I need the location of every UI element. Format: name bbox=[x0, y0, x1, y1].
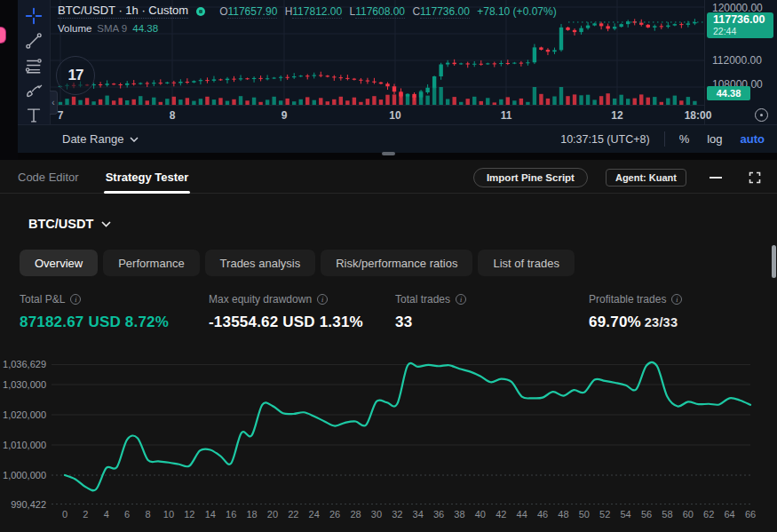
equity-x-tick: 24 bbox=[309, 509, 320, 520]
time-tick: 18:00 bbox=[685, 109, 712, 122]
minus-icon bbox=[710, 177, 722, 179]
expand-icon bbox=[749, 171, 761, 184]
equity-x-tick: 12 bbox=[184, 509, 194, 520]
strategy-tester-panel: Code Editor Strategy Tester Import Pine … bbox=[0, 160, 777, 532]
equity-y-tick: 1,000,000 bbox=[0, 470, 46, 480]
fib-lines-icon bbox=[24, 56, 44, 75]
panel-scrollbar[interactable] bbox=[772, 245, 776, 278]
tab-performance[interactable]: Performance bbox=[103, 250, 199, 276]
chart-panel: BTC/USDT · 1h · Custom O117657.90 H11781… bbox=[18, 0, 777, 153]
percent-scale-button[interactable]: % bbox=[679, 132, 690, 146]
equity-x-tick: 32 bbox=[392, 509, 402, 520]
time-tick: 11 bbox=[501, 109, 512, 122]
metric-profitable-trades: Profitable tradesi 69.70%23/33 bbox=[589, 293, 682, 331]
crosshair-icon bbox=[24, 6, 44, 26]
chevron-down-icon bbox=[130, 137, 139, 142]
tab-trades-analysis[interactable]: Trades analysis bbox=[205, 250, 316, 276]
metric-total-pnl: Total P&Li 87182.67 USD 8.72% bbox=[20, 293, 169, 331]
log-scale-button[interactable]: log bbox=[707, 132, 722, 146]
metric-max-drawdown: Max equity drawdowni -13554.62 USD 1.31% bbox=[209, 293, 363, 331]
equity-x-tick: 34 bbox=[413, 509, 424, 520]
tradingview-logo-watermark: 17 bbox=[56, 56, 95, 95]
fib-retracement-tool-button[interactable] bbox=[20, 53, 47, 78]
equity-y-tick: 1,036,629 bbox=[0, 359, 46, 369]
equity-x-tick: 10 bbox=[163, 509, 174, 520]
clock-utc[interactable]: 10:37:15 (UTC+8) bbox=[560, 133, 649, 146]
equity-x-tick: 54 bbox=[621, 509, 631, 520]
equity-x-tick: 26 bbox=[329, 509, 340, 520]
sma-value: 44.38 bbox=[132, 23, 158, 34]
equity-x-tick: 20 bbox=[267, 509, 278, 520]
equity-x-tick: 36 bbox=[433, 509, 444, 520]
equity-x-tick: 28 bbox=[350, 509, 361, 520]
crosshair-tool-button[interactable] bbox=[20, 4, 47, 28]
equity-x-tick: 8 bbox=[146, 509, 151, 520]
equity-x-tick: 66 bbox=[745, 509, 756, 520]
brush-tool-button[interactable] bbox=[20, 78, 47, 103]
time-axis[interactable]: 7 8 9 10 11 12 18:00 bbox=[51, 105, 704, 124]
panel-header: Code Editor Strategy Tester Import Pine … bbox=[0, 162, 777, 194]
auto-scale-button[interactable]: auto bbox=[741, 132, 765, 146]
equity-x-tick: 56 bbox=[641, 509, 652, 520]
equity-x-tick: 16 bbox=[226, 509, 236, 520]
brush-icon bbox=[24, 81, 44, 100]
tab-overview[interactable]: Overview bbox=[20, 250, 98, 276]
info-icon[interactable]: i bbox=[671, 294, 682, 305]
equity-curve-chart: 1,036,6291,030,0001,020,0001,010,0001,00… bbox=[0, 343, 777, 529]
chart-legend: BTC/USDT · 1h · Custom O117657.90 H11781… bbox=[58, 4, 557, 34]
equity-y-tick: 1,030,000 bbox=[0, 379, 46, 390]
equity-x-tick: 52 bbox=[599, 509, 610, 520]
trend-line-icon bbox=[24, 31, 44, 51]
equity-x-tick: 44 bbox=[517, 509, 527, 520]
low-value: 117608.00 bbox=[355, 5, 405, 19]
equity-x-tick: 6 bbox=[124, 509, 130, 520]
axis-settings-gear-icon[interactable] bbox=[755, 108, 768, 122]
ohlc-values: O117657.90 H117812.00 L117608.00 C117736… bbox=[215, 5, 557, 18]
minimize-panel-button[interactable] bbox=[704, 169, 727, 187]
volume-label: Volume bbox=[58, 23, 91, 34]
symbol-title[interactable]: BTC/USDT · 1h · Custom bbox=[58, 4, 188, 19]
info-icon[interactable]: i bbox=[456, 294, 466, 305]
equity-y-tick: 1,010,000 bbox=[0, 440, 46, 450]
info-icon[interactable]: i bbox=[317, 294, 328, 305]
equity-y-tick: 1,020,000 bbox=[0, 409, 46, 420]
divider bbox=[664, 131, 665, 147]
info-icon[interactable]: i bbox=[70, 294, 81, 305]
equity-x-tick: 2 bbox=[83, 509, 88, 520]
expand-panel-button[interactable] bbox=[745, 169, 765, 187]
sma-label: SMA 9 bbox=[97, 23, 127, 34]
last-price-badge: 117736.00 22:44 bbox=[707, 12, 773, 38]
equity-x-tick: 60 bbox=[683, 509, 694, 520]
price-axis[interactable]: 120000.00 112000.00 108000.00 117736.00 … bbox=[704, 0, 777, 124]
tab-list-of-trades[interactable]: List of trades bbox=[478, 250, 574, 276]
equity-x-tick: 40 bbox=[475, 509, 486, 520]
metrics-row: Total P&Li 87182.67 USD 8.72% Max equity… bbox=[0, 293, 777, 345]
equity-y-tick: 990,422 bbox=[0, 499, 46, 510]
report-tabs: Overview Performance Trades analysis Ris… bbox=[20, 250, 777, 276]
trend-line-tool-button[interactable] bbox=[20, 28, 47, 53]
equity-x-tick: 14 bbox=[205, 509, 216, 520]
panel-resize-handle[interactable] bbox=[382, 152, 395, 155]
equity-x-tick: 30 bbox=[371, 509, 382, 520]
candlestick-plot-area[interactable]: BTC/USDT · 1h · Custom O117657.90 H11781… bbox=[51, 0, 704, 105]
chart-bottom-bar: Date Range 10:37:15 (UTC+8) % log auto bbox=[18, 124, 777, 153]
agent-button[interactable]: Agent: Kuant bbox=[606, 169, 686, 187]
equity-x-tick: 62 bbox=[703, 509, 714, 520]
time-tick: 9 bbox=[281, 109, 288, 122]
tab-strategy-tester[interactable]: Strategy Tester bbox=[104, 162, 191, 193]
equity-x-tick: 38 bbox=[454, 509, 464, 520]
close-value: 117736.00 bbox=[420, 5, 470, 19]
time-tick: 7 bbox=[58, 109, 64, 122]
date-range-button[interactable]: Date Range bbox=[62, 132, 139, 146]
tab-code-editor[interactable]: Code Editor bbox=[18, 171, 79, 184]
equity-x-tick: 22 bbox=[288, 509, 298, 520]
high-value: 117812.00 bbox=[292, 5, 342, 19]
time-tick: 8 bbox=[170, 109, 176, 122]
desktop-edge-strip bbox=[0, 0, 18, 160]
collapse-toolbar-handle[interactable]: ‹ bbox=[50, 91, 58, 115]
symbol-selector[interactable]: BTC/USDT bbox=[28, 217, 111, 231]
metric-total-trades: Total tradesi 33 bbox=[395, 293, 466, 331]
import-pine-script-button[interactable]: Import Pine Script bbox=[473, 168, 588, 187]
tab-risk-performance-ratios[interactable]: Risk/performance ratios bbox=[321, 250, 472, 276]
open-value: 117657.90 bbox=[227, 5, 277, 19]
